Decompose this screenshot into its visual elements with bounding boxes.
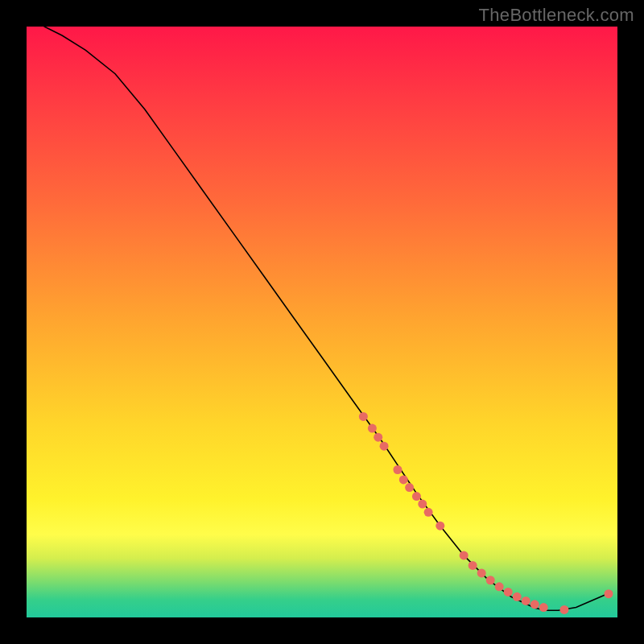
data-point <box>522 597 530 605</box>
data-point <box>513 592 522 601</box>
chart-svg <box>27 27 617 617</box>
data-point <box>418 500 427 509</box>
data-point <box>477 568 486 577</box>
data-point <box>495 582 504 591</box>
data-point <box>436 522 444 530</box>
data-point <box>539 603 548 612</box>
data-point <box>486 576 495 584</box>
data-point <box>530 600 539 609</box>
data-point <box>380 442 389 451</box>
data-point <box>424 508 433 517</box>
data-point <box>504 588 513 597</box>
data-point <box>359 412 368 421</box>
data-point <box>604 589 613 598</box>
data-point <box>559 605 568 614</box>
data-point <box>405 483 414 492</box>
plot-area <box>27 27 617 617</box>
data-point <box>368 424 377 433</box>
chart-container: TheBottleneck.com <box>0 0 644 644</box>
data-point <box>460 551 469 559</box>
data-point <box>469 561 477 570</box>
data-point <box>393 465 402 474</box>
data-point <box>399 475 408 484</box>
data-point <box>412 492 421 501</box>
scatter-dots <box>359 412 613 614</box>
data-point <box>374 433 382 442</box>
bottleneck-curve <box>44 27 612 610</box>
watermark-text: TheBottleneck.com <box>479 5 634 26</box>
